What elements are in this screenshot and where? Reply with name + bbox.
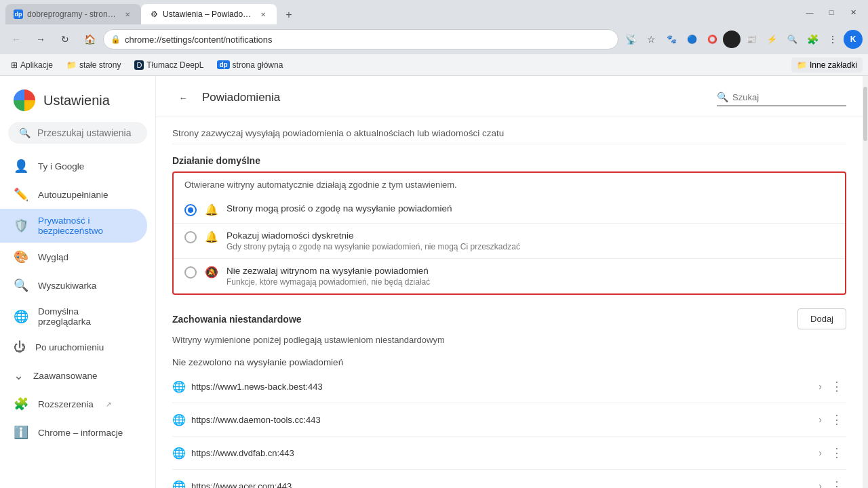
magnify-icon: 🔍 (14, 278, 28, 293)
person-icon: 👤 (14, 159, 28, 174)
chevron-down-icon: ⌄ (14, 368, 24, 383)
settings-header: ← Powiadomienia 🔍 (156, 76, 863, 117)
sidebar-label-wyszukiwarka: Wyszukiwarka (38, 281, 96, 291)
bell-icon-2: 🔔 (205, 230, 218, 243)
sidebar-item-wyszukiwarka[interactable]: 🔍 Wyszukiwarka (0, 271, 147, 300)
bookmark-label-strona: strona główna (233, 60, 283, 70)
home-button[interactable]: 🏠 (79, 28, 100, 50)
radio-label-1: Strony mogą prosić o zgodę na wysyłanie … (226, 203, 834, 214)
radio-text-3: Nie zezwalaj witrynom na wysyłanie powia… (226, 266, 834, 287)
sidebar-item-autouzupelnianie[interactable]: ✏️ Autouzupełnianie (0, 180, 147, 209)
sidebar-item-wyglad[interactable]: 🎨 Wygląd (0, 243, 147, 271)
site-chevron-2[interactable]: › (818, 414, 822, 425)
options-box: Otwierane witryny automatycznie działają… (172, 171, 846, 295)
bookmark-strona-glowna[interactable]: dp strona główna (212, 58, 288, 73)
toolbar-icons: 📡 ☆ 🐾 🔵 ⭕ 📰 ⚡ 🔍 🧩 ⋮ K (621, 30, 863, 49)
tab-dobreprogramy[interactable]: dp dobreprogramy - strona główna ✕ (5, 4, 141, 24)
minimize-button[interactable]: — (800, 3, 819, 22)
radio-option-3[interactable]: 🔕 Nie zezwalaj witrynom na wysyłanie pow… (174, 259, 845, 293)
ext7-icon[interactable]: 🔍 (783, 30, 802, 49)
other-bookmarks[interactable]: 📁 Inne zakładki (791, 58, 863, 73)
sidebar-item-rozszerzenia[interactable]: 🧩 Rozszerzenia ↗ (0, 390, 147, 418)
sidebar-item-po-uruchomieniu[interactable]: ⏻ Po uruchomieniu (0, 333, 147, 361)
globe-icon-1: 🌐 (172, 380, 186, 393)
sidebar-label-domyslna: Domyślna przeglądarka (38, 306, 134, 327)
profile-button[interactable]: K (844, 30, 863, 49)
ext3-icon[interactable]: ⭕ (703, 30, 722, 49)
blocked-label: Nie zezwolono na wysyłanie powiadomień (172, 350, 846, 370)
settings-search-bar[interactable]: 🔍 (8, 122, 147, 144)
custom-desc: Witryny wymienione poniżej podlegają ust… (172, 335, 846, 350)
back-nav-button[interactable]: ← (5, 28, 27, 50)
site-url-3: https://www.dvdfab.cn:443 (191, 448, 813, 458)
close-button[interactable]: ✕ (844, 3, 863, 22)
site-menu-2[interactable]: ⋮ (827, 410, 846, 429)
scrollbar[interactable] (863, 76, 868, 488)
site-chevron-3[interactable]: › (818, 447, 822, 458)
sidebar-item-ty-i-google[interactable]: 👤 Ty i Google (0, 152, 147, 180)
radio-label-3: Nie zezwalaj witrynom na wysyłanie powia… (226, 266, 834, 276)
ext6-icon[interactable]: ⚡ (762, 30, 781, 49)
folder-icon-1: 📁 (66, 60, 77, 70)
bookmark-icon[interactable]: ☆ (642, 30, 660, 49)
settings-search-input[interactable] (37, 127, 156, 138)
ext1-icon[interactable]: 🐾 (662, 30, 681, 49)
globe-icon-2: 🌐 (172, 413, 186, 426)
bookmark-stale-strony[interactable]: 📁 stałe strony (61, 58, 126, 73)
ext4-icon[interactable] (723, 30, 741, 48)
radio-option-2[interactable]: 🔔 Pokazuj wiadomości dyskretnie Gdy stro… (174, 224, 845, 259)
bookmark-aplikacje[interactable]: ⊞ Aplikacje (5, 58, 58, 73)
site-url-2: https://www.daemon-tools.cc:443 (191, 415, 813, 425)
other-bookmarks-label: Inne zakładki (810, 60, 857, 70)
bookmark-label-deepl: Tłumacz DeepL (146, 60, 203, 70)
custom-title: Zachowania niestandardowe (172, 314, 302, 325)
ext2-icon[interactable]: 🔵 (682, 30, 701, 49)
sidebar-item-domyslna[interactable]: 🌐 Domyślna przeglądarka (0, 300, 147, 333)
site-list-item-2: 🌐 https://www.daemon-tools.cc:443 › ⋮ (172, 403, 846, 436)
tab-close-1[interactable]: ✕ (122, 9, 133, 20)
header-search-box[interactable]: 🔍 (717, 89, 846, 106)
scrollbar-thumb (863, 87, 867, 141)
add-button[interactable]: Dodaj (797, 308, 846, 329)
puzzle-icon[interactable]: 🧩 (803, 30, 822, 49)
back-arrow-icon: ← (179, 93, 188, 103)
power-icon: ⏻ (14, 340, 26, 354)
cast-icon[interactable]: 📡 (621, 30, 640, 49)
site-chevron-4[interactable]: › (818, 481, 822, 488)
back-button[interactable]: ← (172, 87, 194, 108)
sidebar-advanced[interactable]: ⌄ Zaawansowane (0, 361, 155, 390)
site-menu-3[interactable]: ⋮ (827, 443, 846, 462)
sidebar-label-wyglad: Wygląd (38, 252, 68, 262)
custom-section: Zachowania niestandardowe Dodaj Witryny … (172, 303, 846, 488)
tab-favicon-1: dp (14, 9, 23, 19)
bell-muted-icon: 🔕 (205, 266, 218, 279)
site-chevron-1[interactable]: › (818, 381, 822, 392)
forward-nav-button[interactable]: → (30, 28, 52, 50)
radio-circle-3 (184, 266, 197, 279)
menu-icon[interactable]: ⋮ (823, 30, 842, 49)
bookmark-deepl[interactable]: D Tłumacz DeepL (129, 58, 209, 73)
section-title: Powiadomienia (202, 91, 280, 104)
ext5-icon[interactable]: 📰 (742, 30, 761, 49)
site-menu-1[interactable]: ⋮ (827, 377, 846, 396)
radio-sublabel-2: Gdy strony pytają o zgodę na wysyłanie p… (226, 242, 834, 251)
radio-option-1[interactable]: 🔔 Strony mogą prosić o zgodę na wysyłani… (174, 197, 845, 224)
tab-close-2[interactable]: ✕ (258, 9, 269, 20)
window-controls: — □ ✕ (800, 3, 863, 22)
sidebar-item-chrome-info[interactable]: ℹ️ Chrome – informacje (0, 418, 147, 447)
reload-button[interactable]: ↻ (54, 28, 76, 50)
tab-bar: dp dobreprogramy - strona główna ✕ ⚙ Ust… (5, 0, 792, 24)
new-tab-button[interactable]: + (279, 5, 298, 24)
tab-ustawienia[interactable]: ⚙ Ustawienia – Powiadomienia ✕ (141, 4, 277, 24)
page-description: Strony zazwyczaj wysyłają powiadomienia … (172, 117, 846, 144)
address-bar[interactable]: 🔒 chrome://settings/content/notification… (103, 29, 618, 49)
radio-circle-1 (184, 204, 197, 216)
site-menu-4[interactable]: ⋮ (827, 476, 846, 488)
header-search-input[interactable] (732, 92, 846, 102)
chrome-logo (14, 89, 35, 111)
maximize-button[interactable]: □ (822, 3, 841, 22)
sidebar-label-auto: Autouzupełnianie (38, 190, 108, 200)
sidebar-item-prywatnosc[interactable]: 🛡️ Prywatność i bezpieczeństwo (0, 209, 147, 243)
custom-header: Zachowania niestandardowe Dodaj (172, 303, 846, 335)
tab-title-1: dobreprogramy - strona główna (27, 9, 118, 19)
